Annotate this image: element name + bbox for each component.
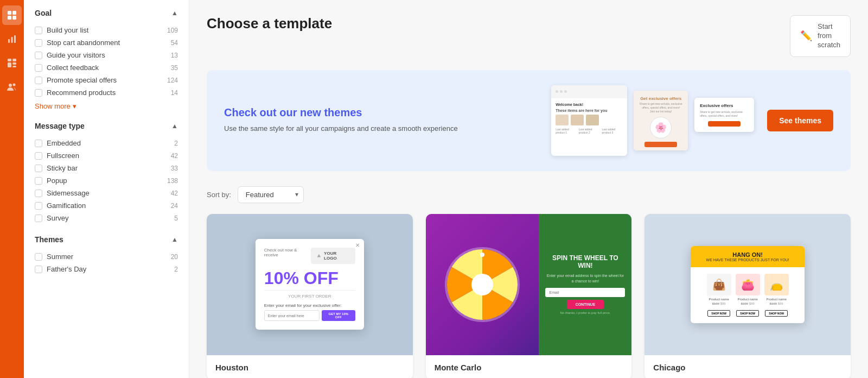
svg-point-14: [471, 274, 493, 295]
montecarlo-email-input[interactable]: [545, 288, 625, 297]
goal-count-build: 109: [167, 27, 178, 34]
goal-checkbox-promote[interactable]: [35, 77, 42, 84]
template-card-montecarlo[interactable]: SPIN THE WHEEL TO WIN! Enter your email …: [426, 214, 632, 378]
montecarlo-desc: Enter your email address to spin the whe…: [545, 273, 625, 284]
sort-select-wrapper: Featured Newest Most popular: [238, 186, 304, 203]
chicago-shop-now-2[interactable]: SHOP NOW: [736, 310, 759, 317]
goal-label-build: Build your list: [47, 26, 88, 34]
montecarlo-spin-button[interactable]: CONTINUE: [567, 300, 604, 309]
chicago-product-2: 👛 Product name $199 $99 SHOP NOW: [736, 274, 760, 317]
goal-label-promote: Promote special offers: [47, 76, 117, 84]
houston-popup: ✕ Check out now & receive YOUR LOGO 10% …: [256, 239, 364, 330]
message-type-chevron[interactable]: ▲: [171, 122, 178, 130]
checkbox-gamification[interactable]: [35, 202, 42, 210]
goal-label-stop-cart: Stop cart abandonment: [47, 39, 120, 47]
goal-filter-guide[interactable]: Guide your visitors 13: [35, 49, 178, 61]
svg-rect-6: [14, 35, 16, 43]
montecarlo-decline-link[interactable]: No thanks, I prefer to pay full price.: [560, 311, 610, 314]
filter-sticky-bar[interactable]: Sticky bar 33: [35, 162, 178, 174]
nav-users-icon[interactable]: [2, 77, 22, 97]
product-image-1: 👜: [707, 274, 731, 295]
product-image-2: 👛: [736, 274, 760, 295]
checkbox-sidemessage[interactable]: [35, 190, 42, 197]
svg-point-12: [9, 84, 12, 87]
chicago-header-title: HANG ON!: [697, 251, 798, 258]
filter-summer[interactable]: Summer 20: [35, 250, 178, 263]
nav-chart-icon[interactable]: [2, 29, 22, 49]
message-type-section: Message type ▲ Embedded 2 Fullscreen 42 …: [35, 122, 178, 224]
template-card-houston[interactable]: ✕ Check out now & receive YOUR LOGO 10% …: [207, 214, 413, 378]
filter-survey[interactable]: Survey 5: [35, 212, 178, 224]
goal-count-recommend: 14: [171, 89, 178, 97]
nav-bar: [0, 0, 24, 378]
goal-checkbox-build[interactable]: [35, 27, 42, 34]
chicago-products: 👜 Product name $199 $99 SHOP NOW 👛 Produ…: [691, 267, 805, 323]
sort-select[interactable]: Featured Newest Most popular: [238, 186, 304, 203]
houston-order-text: YOUR FIRST ORDER: [264, 294, 355, 299]
chicago-shop-now-3[interactable]: SHOP NOW: [765, 310, 788, 317]
checkbox-embedded[interactable]: [35, 140, 42, 147]
chicago-product-1: 👜 Product name $199 $99 SHOP NOW: [707, 274, 731, 317]
filter-embedded[interactable]: Embedded 2: [35, 137, 178, 149]
checkbox-fathers-day[interactable]: [35, 266, 42, 273]
nav-grid-icon[interactable]: [2, 5, 22, 25]
goal-checkbox-feedback[interactable]: [35, 64, 42, 72]
filter-gamification[interactable]: Gamification 24: [35, 199, 178, 212]
template-grid: ✕ Check out now & receive YOUR LOGO 10% …: [207, 214, 851, 378]
houston-template-name: Houston: [207, 355, 413, 378]
themes-chevron[interactable]: ▲: [171, 236, 178, 243]
chicago-product-3: 👝 Product name $199 $99 SHOP NOW: [764, 274, 789, 317]
goal-filter-recommend[interactable]: Recommend products 14: [35, 86, 178, 99]
nav-apps-icon[interactable]: [2, 53, 22, 73]
goal-count-promote: 124: [167, 77, 178, 84]
chevron-down-icon: ▾: [73, 102, 76, 110]
chicago-preview: HANG ON! WE HAVE THESE PRODUCTS JUST FOR…: [644, 214, 851, 355]
main-content: Choose a template ✏️ Start from scratch …: [189, 0, 868, 378]
houston-cta-button[interactable]: GET MY 10% OFF: [322, 310, 355, 321]
svg-point-15: [480, 253, 484, 257]
checkbox-survey[interactable]: [35, 215, 42, 222]
filter-popup[interactable]: Popup 138: [35, 174, 178, 187]
houston-preview: ✕ Check out now & receive YOUR LOGO 10% …: [207, 214, 413, 355]
goal-section: Goal ▲ Build your list 109 Stop cart aba…: [35, 9, 178, 111]
main-header: Choose a template ✏️ Start from scratch: [207, 15, 851, 57]
montecarlo-preview: SPIN THE WHEEL TO WIN! Enter your email …: [426, 214, 632, 355]
product-image-3: 👝: [764, 274, 789, 295]
filter-fullscreen[interactable]: Fullscreen 42: [35, 149, 178, 162]
goal-checkbox-guide[interactable]: [35, 52, 42, 59]
checkbox-sticky[interactable]: [35, 165, 42, 172]
goal-label-guide: Guide your visitors: [47, 51, 105, 59]
checkbox-popup[interactable]: [35, 177, 42, 185]
montecarlo-title: SPIN THE WHEEL TO WIN!: [545, 254, 625, 270]
see-themes-button[interactable]: See themes: [767, 110, 833, 131]
goal-checkbox-recommend[interactable]: [35, 89, 42, 97]
chicago-header-sub: WE HAVE THESE PRODUCTS JUST FOR YOU!: [697, 258, 798, 262]
goal-chevron-icon[interactable]: ▲: [171, 9, 178, 17]
goal-filter-feedback[interactable]: Collect feedback 35: [35, 61, 178, 74]
svg-rect-7: [8, 59, 11, 61]
goal-filter-promote[interactable]: Promote special offers 124: [35, 74, 178, 86]
start-from-scratch-button[interactable]: ✏️ Start from scratch: [790, 15, 851, 57]
houston-email-input[interactable]: [264, 310, 320, 321]
svg-rect-9: [8, 62, 11, 67]
goal-checkbox-stop-cart[interactable]: [35, 39, 42, 47]
theme-preview-card-2: Get exclusive offers Share to get new ar…: [634, 91, 688, 150]
show-more-button[interactable]: Show more ▾: [35, 102, 76, 110]
theme-preview-card-1: Welcome back! These items are here for y…: [551, 85, 627, 156]
filter-fathers-day[interactable]: Father's Day 2: [35, 263, 178, 275]
goal-filter-stop-cart[interactable]: Stop cart abandonment 54: [35, 36, 178, 49]
goal-section-header: Goal ▲: [35, 9, 178, 17]
goal-label-feedback: Collect feedback: [47, 64, 99, 72]
checkbox-summer[interactable]: [35, 253, 42, 261]
svg-rect-3: [12, 16, 16, 20]
goal-label-recommend: Recommend products: [47, 89, 116, 97]
goal-filter-build-list[interactable]: Build your list 109: [35, 24, 178, 36]
chicago-shop-now-1[interactable]: SHOP NOW: [707, 310, 730, 317]
checkbox-fullscreen[interactable]: [35, 152, 42, 160]
template-card-chicago[interactable]: HANG ON! WE HAVE THESE PRODUCTS JUST FOR…: [644, 214, 851, 378]
goal-count-guide: 13: [171, 52, 178, 59]
message-type-header: Message type ▲: [35, 122, 178, 130]
message-type-title: Message type: [35, 122, 85, 130]
svg-rect-8: [12, 59, 16, 61]
filter-sidemessage[interactable]: Sidemessage 42: [35, 187, 178, 199]
